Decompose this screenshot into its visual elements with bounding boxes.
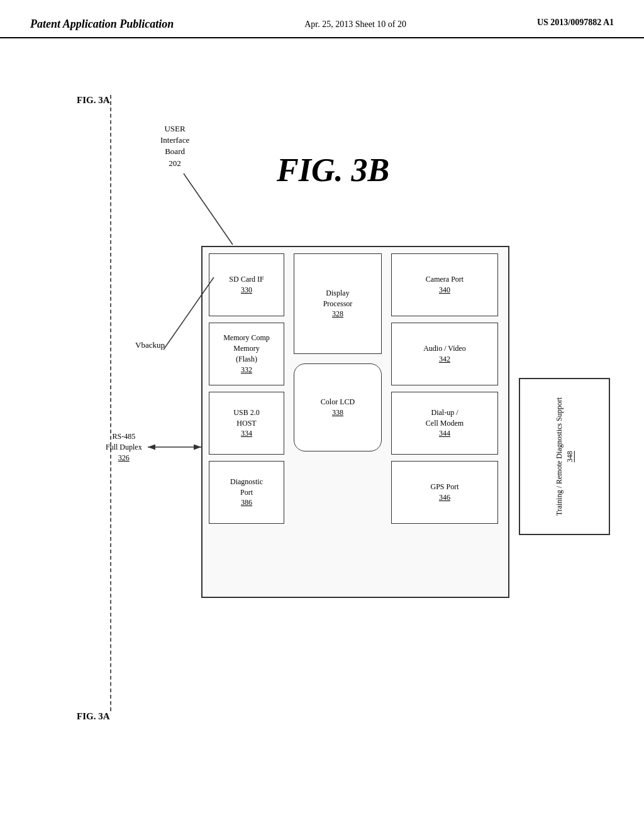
colorlcd-box: Color LCD 338 <box>294 363 382 451</box>
rs485-line1: RS-485 <box>106 431 142 442</box>
uib-line1: USER <box>160 123 189 135</box>
colorlcd-label: Color LCD <box>321 397 355 407</box>
dialup-label: Dial-up /Cell Modem <box>426 407 464 429</box>
vbackup-label: Vbackup <box>135 340 165 350</box>
usb-num: 334 <box>241 428 252 439</box>
fig-3a-top-label: FIG. 3A <box>77 95 110 106</box>
sdcard-box: SD Card IF 330 <box>209 253 284 316</box>
main-content: FIG. 3A FIG. 3B USER Interface Board 202… <box>0 38 644 787</box>
uib-label: USER Interface Board 202 <box>160 123 189 169</box>
rs485-line2: Full Duplex <box>106 442 142 453</box>
display-label: DisplayProcessor <box>323 288 353 309</box>
display-box: DisplayProcessor 328 <box>294 253 382 354</box>
diagnostic-label: DiagnosticPort <box>230 477 263 498</box>
diagnostic-num: 386 <box>241 497 252 508</box>
header-left-title: Patent Application Publication <box>30 18 174 31</box>
camera-label: Camera Port <box>426 274 464 285</box>
memcomp-box: Memory CompMemory(Flash) 332 <box>209 323 284 385</box>
dialup-box: Dial-up /Cell Modem 344 <box>391 392 498 455</box>
audio-num: 342 <box>439 354 450 365</box>
training-box: Training / Remote Diagnostics Support 34… <box>519 378 610 535</box>
camera-num: 340 <box>439 285 450 296</box>
display-num: 328 <box>332 309 343 319</box>
rs485-num: 326 <box>106 453 142 463</box>
sdcard-num: 330 <box>241 285 252 296</box>
memcomp-num: 332 <box>241 365 252 375</box>
header-right-patent: US 2013/0097882 A1 <box>537 18 614 28</box>
training-label: Training / Remote Diagnostics Support <box>555 397 564 516</box>
uib-line2: Interface <box>160 135 189 146</box>
gps-box: GPS Port 346 <box>391 461 498 524</box>
audio-box: Audio / Video 342 <box>391 323 498 385</box>
memcomp-label: Memory CompMemory(Flash) <box>223 333 270 364</box>
gps-num: 346 <box>439 492 450 503</box>
dialup-num: 344 <box>439 428 450 439</box>
rs485-label: RS-485 Full Duplex 326 <box>106 431 142 463</box>
svg-line-2 <box>184 174 233 245</box>
usb-box: USB 2.0HOST 334 <box>209 392 284 455</box>
uib-num: 202 <box>160 158 189 169</box>
main-board: SD Card IF 330 Memory CompMemory(Flash) … <box>201 246 509 598</box>
diagram-area: FIG. 3A FIG. 3B USER Interface Board 202… <box>38 76 606 768</box>
dashed-boundary-line <box>110 95 111 711</box>
page-header: Patent Application Publication Apr. 25, … <box>0 0 644 38</box>
uib-line3: Board <box>160 146 189 157</box>
camera-box: Camera Port 340 <box>391 253 498 316</box>
fig-3a-bottom-label: FIG. 3A <box>77 711 110 722</box>
audio-label: Audio / Video <box>423 343 466 354</box>
gps-label: GPS Port <box>430 482 458 492</box>
colorlcd-num: 338 <box>332 407 343 418</box>
sdcard-label: SD Card IF <box>229 274 264 285</box>
fig-3b-label: FIG. 3B <box>277 152 389 189</box>
training-num: 348 <box>565 451 574 462</box>
diagnostic-box: DiagnosticPort 386 <box>209 461 284 524</box>
header-center-info: Apr. 25, 2013 Sheet 10 of 20 <box>304 18 406 31</box>
usb-label: USB 2.0HOST <box>233 407 259 429</box>
